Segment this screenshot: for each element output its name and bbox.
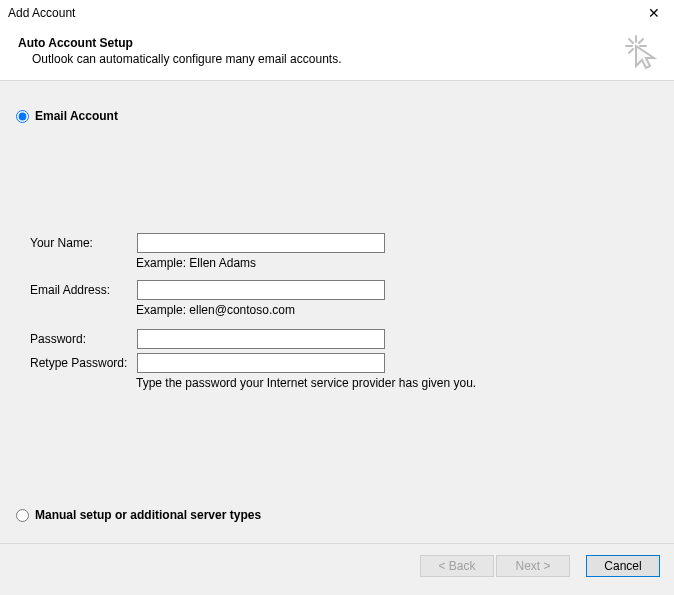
close-icon: ✕ — [648, 5, 660, 21]
password-label: Password: — [30, 332, 134, 346]
titlebar: Add Account ✕ — [0, 0, 674, 28]
header-subtitle: Outlook can automatically configure many… — [32, 52, 660, 66]
email-input[interactable] — [137, 280, 385, 300]
email-account-radio[interactable] — [16, 110, 29, 123]
close-button[interactable]: ✕ — [634, 0, 674, 28]
your-name-input[interactable] — [137, 233, 385, 253]
email-account-radio-row[interactable]: Email Account — [16, 109, 118, 123]
footer: < Back Next > Cancel — [0, 544, 674, 589]
add-account-dialog: Add Account ✕ Auto Account Setup Outlook… — [0, 0, 674, 595]
header-title: Auto Account Setup — [18, 36, 660, 50]
password-input[interactable] — [137, 329, 385, 349]
manual-setup-radio[interactable] — [16, 509, 29, 522]
back-button: < Back — [420, 555, 494, 577]
email-label: Email Address: — [30, 283, 134, 297]
your-name-label: Your Name: — [30, 236, 134, 250]
password-hint: Type the password your Internet service … — [136, 376, 476, 390]
dialog-body: Email Account Your Name: Example: Ellen … — [0, 81, 674, 544]
svg-line-6 — [629, 49, 633, 53]
email-account-label: Email Account — [35, 109, 118, 123]
your-name-hint: Example: Ellen Adams — [136, 256, 256, 270]
svg-line-4 — [629, 39, 633, 43]
your-name-row: Your Name: — [30, 233, 630, 253]
email-row: Email Address: — [30, 280, 630, 300]
window-title: Add Account — [8, 6, 75, 20]
header: Auto Account Setup Outlook can automatic… — [0, 28, 674, 81]
password-row: Password: — [30, 329, 630, 349]
cancel-button[interactable]: Cancel — [586, 555, 660, 577]
svg-line-5 — [639, 39, 643, 43]
retype-password-label: Retype Password: — [30, 356, 134, 370]
manual-setup-label: Manual setup or additional server types — [35, 508, 261, 522]
retype-password-row: Retype Password: — [30, 353, 630, 373]
next-button: Next > — [496, 555, 570, 577]
email-hint: Example: ellen@contoso.com — [136, 303, 295, 317]
retype-password-input[interactable] — [137, 353, 385, 373]
manual-setup-radio-row[interactable]: Manual setup or additional server types — [16, 508, 261, 522]
cursor-click-icon — [622, 32, 662, 72]
